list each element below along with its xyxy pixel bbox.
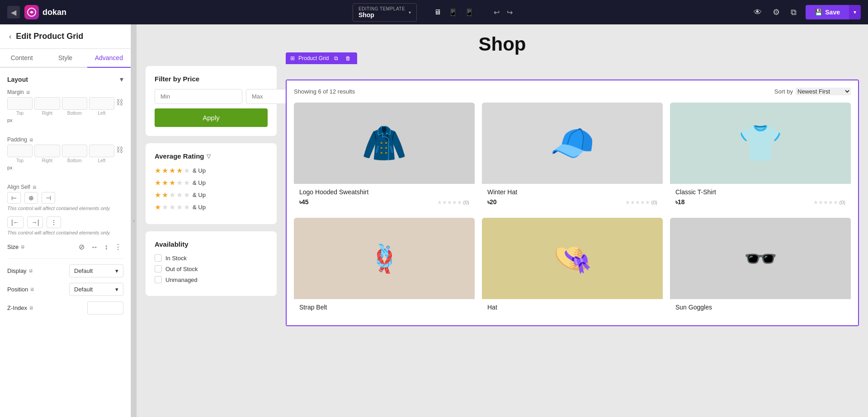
margin-bottom-input[interactable] [62,97,87,110]
rating-count-1: (0) [463,200,469,205]
star-icon: ★ [176,166,183,175]
position-field: Position 🖥 Default ▾ [7,283,123,296]
settings-button[interactable]: ⚙ [771,5,782,19]
align-more-button[interactable]: ⋮ [47,216,61,228]
product-card[interactable]: 🕶️ Sun Goggles [670,218,851,318]
product-image-2: 🧢 [482,103,663,184]
product-card[interactable]: 🧥 Logo Hooded Sweatshirt ৳45 ★★★★★ [294,103,475,211]
out-of-stock-checkbox[interactable] [155,265,162,272]
apply-button[interactable]: Apply [155,108,268,127]
tab-style[interactable]: Style [43,49,87,67]
align-left-button[interactable]: ⊢ [7,192,21,204]
display-label: Display 🖥 [7,267,66,274]
panel-back-button[interactable]: ‹ [9,33,11,41]
product-name-1: Logo Hooded Sweatshirt [299,188,469,196]
star-icon: ★ [184,166,190,175]
product-info-6: Sun Goggles [670,299,851,318]
panel-header: ‹ Edit Product Grid [0,24,131,49]
align-end-button[interactable]: →| [27,216,43,228]
save-dropdown-button[interactable]: ▾ [849,5,861,19]
save-button[interactable]: 💾 Save [806,5,849,19]
desktop-device-button[interactable]: 🖥 [431,5,444,19]
display-select[interactable]: Default ▾ [69,264,123,277]
unmanaged-checkbox[interactable] [155,276,162,283]
padding-inputs: Top Right Bottom Left ⛓ px [7,145,123,178]
rating-row-2[interactable]: ★ ★ ★ ★ ★ & Up [155,191,268,199]
margin-left-input[interactable] [89,97,114,110]
padding-link-icon[interactable]: ⛓ [116,146,123,162]
topbar: ◀ dokan EDITING TEMPLATE Shop ▾ 🖥 📱 📱 ↩ … [0,0,868,24]
price-min-input[interactable] [155,89,242,104]
padding-bottom-input[interactable] [62,145,87,157]
padding-left-input[interactable] [89,145,114,157]
unmanaged-label: Unmanaged [165,276,198,283]
layout-title: Layout [7,76,28,83]
position-select[interactable]: Default ▾ [69,283,123,296]
tab-advanced[interactable]: Advanced [87,49,131,68]
product-price-3: ৳18 [675,198,685,206]
undo-button[interactable]: ↩ [491,5,502,19]
mobile-device-button[interactable]: 📱 [462,5,476,19]
grid-header: Showing 6 of 12 results Sort by Newest F… [294,88,851,95]
sort-select[interactable]: Newest First Oldest First Price Low to H… [796,88,851,95]
layers-button[interactable]: ⧉ [789,6,798,19]
preview-button[interactable]: 👁 [752,6,764,19]
padding-bottom-group: Bottom [62,145,87,163]
results-text: Showing 6 of 12 results [294,88,355,95]
filter-price-box: Filter by Price Apply [146,66,277,136]
rating-row-4[interactable]: ★ ★ ★ ★ ★ & Up [155,166,268,175]
size-no-icon[interactable]: ⊘ [77,241,86,253]
product-grid-delete-button[interactable]: 🗑 [344,54,353,62]
product-card[interactable]: 🪢 Strap Belt [294,218,475,318]
align-start-button[interactable]: |← [7,216,24,228]
back-button[interactable]: ◀ [7,6,20,19]
redo-button[interactable]: ↪ [504,5,515,19]
size-shrink-icon[interactable]: ↕ [103,241,110,253]
product-card[interactable]: 👒 Hat [482,218,663,318]
tablet-device-button[interactable]: 📱 [446,5,460,19]
product-price-2: ৳20 [487,198,497,206]
product-card[interactable]: 👕 Classic T-Shirt ৳18 ★★★★★ [670,103,851,211]
margin-link-icon[interactable]: ⛓ [116,98,123,115]
margin-label: Margin 🖥 [7,89,123,95]
rating-filter-icon: ▽ [207,153,211,159]
zindex-input[interactable] [87,301,123,314]
margin-right-input[interactable] [34,97,60,110]
align-right-button[interactable]: ⊣ [42,192,55,204]
star-icon: ★ [155,166,161,175]
margin-unit-label: px [7,117,33,131]
size-field: Size 🖥 ⊘ ↔ ↕ ⋮ [7,241,123,253]
avail-out-of-stock[interactable]: Out of Stock [155,265,268,272]
in-stock-checkbox[interactable] [155,254,162,262]
rating-row-1[interactable]: ★ ★ ★ ★ ★ & Up [155,203,268,211]
avail-unmanaged[interactable]: Unmanaged [155,276,268,283]
product-name-4: Strap Belt [299,304,469,311]
padding-right-input[interactable] [34,145,60,157]
panel-tabs: Content Style Advanced [0,49,131,68]
product-info-2: Winter Hat ৳20 ★★★★★ (0) [482,184,663,211]
align-center-button[interactable]: ⊕ [24,192,38,204]
avail-in-stock[interactable]: In Stock [155,254,268,262]
star-icon: ★ [176,203,183,211]
size-label-text: Size [7,244,19,250]
product-grid-copy-button[interactable]: ⧉ [332,54,340,62]
margin-bottom-group: Bottom [62,97,87,116]
tab-content[interactable]: Content [0,49,43,67]
panel-resize-handle[interactable]: ‹ [131,24,137,417]
editing-name: Shop [359,11,405,19]
margin-top-input[interactable] [7,97,33,110]
stars-3: ★ ★ ★ ★ ★ [155,178,190,187]
align-self-buttons-2: |← →| ⋮ [7,216,123,228]
editing-template-selector[interactable]: EDITING TEMPLATE Shop ▾ [353,3,417,22]
product-card[interactable]: 🧢 Winter Hat ৳20 ★★★★★ (0) [482,103,663,211]
size-more-icon[interactable]: ⋮ [113,241,123,253]
size-expand-icon[interactable]: ↔ [89,241,100,253]
zindex-field: Z-Index 🖥 [7,301,123,314]
canvas-inner: Shop Filter by Price Apply [137,24,868,335]
rating-row-3[interactable]: ★ ★ ★ ★ ★ & Up [155,178,268,187]
product-emoji-5: 👒 [553,240,592,277]
padding-top-input[interactable] [7,145,33,157]
product-grid-wrapper: ⊞ Product Grid ⧉ 🗑 Showing 6 of 12 resul… [286,66,859,326]
topbar-right: 👁 ⚙ ⧉ 💾 Save ▾ [580,5,861,19]
layout-collapse-icon[interactable]: ▾ [120,75,123,84]
